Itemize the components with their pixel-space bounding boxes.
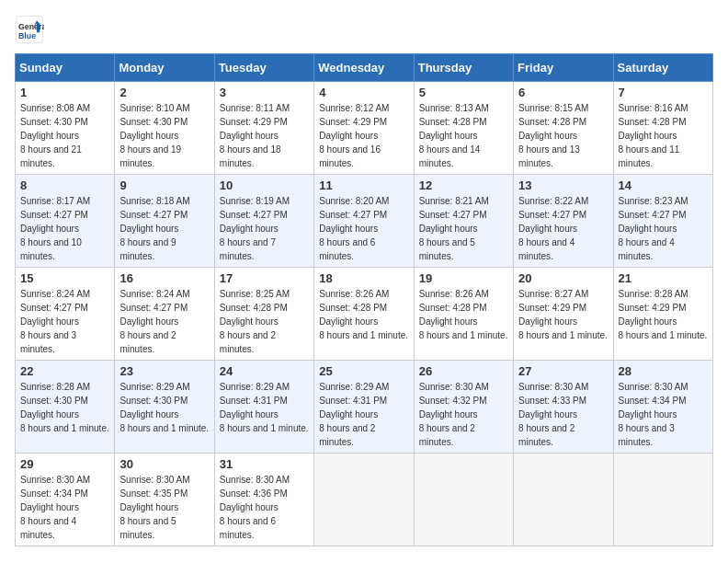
calendar-cell: 27Sunrise: 8:30 AMSunset: 4:33 PMDayligh… [514,361,613,454]
calendar-week-1: 1Sunrise: 8:08 AMSunset: 4:30 PMDaylight… [16,82,713,175]
day-number: 16 [119,271,209,285]
day-info: Sunrise: 8:30 AMSunset: 4:35 PMDaylight … [119,473,209,542]
day-info: Sunrise: 8:22 AMSunset: 4:27 PMDaylight … [518,194,608,263]
day-number: 29 [20,457,109,471]
day-number: 30 [119,457,209,471]
day-number: 20 [518,271,608,285]
day-number: 21 [619,271,708,285]
day-info: Sunrise: 8:21 AMSunset: 4:27 PMDaylight … [419,194,508,263]
calendar-week-3: 15Sunrise: 8:24 AMSunset: 4:27 PMDayligh… [16,268,713,361]
weekday-header-saturday: Saturday [613,54,712,82]
day-info: Sunrise: 8:16 AMSunset: 4:28 PMDaylight … [619,101,708,170]
logo: General Blue [15,15,46,44]
calendar-week-5: 29Sunrise: 8:30 AMSunset: 4:34 PMDayligh… [16,454,713,546]
calendar-cell: 26Sunrise: 8:30 AMSunset: 4:32 PMDayligh… [414,361,513,454]
day-number: 26 [419,364,508,378]
day-info: Sunrise: 8:11 AMSunset: 4:29 PMDaylight … [220,101,309,170]
calendar-cell: 11Sunrise: 8:20 AMSunset: 4:27 PMDayligh… [314,175,414,268]
day-number: 4 [319,86,408,99]
day-info: Sunrise: 8:28 AMSunset: 4:29 PMDaylight … [619,287,708,342]
weekday-header-thursday: Thursday [414,54,513,82]
day-info: Sunrise: 8:30 AMSunset: 4:32 PMDaylight … [419,380,508,449]
calendar-cell: 1Sunrise: 8:08 AMSunset: 4:30 PMDaylight… [16,82,115,175]
weekday-header-tuesday: Tuesday [214,54,313,82]
calendar-cell: 22Sunrise: 8:28 AMSunset: 4:30 PMDayligh… [16,361,115,454]
day-info: Sunrise: 8:24 AMSunset: 4:27 PMDaylight … [119,287,209,356]
day-number: 28 [619,364,708,378]
calendar-cell: 30Sunrise: 8:30 AMSunset: 4:35 PMDayligh… [115,454,214,546]
weekday-header-wednesday: Wednesday [314,54,414,82]
day-number: 17 [220,271,309,285]
day-number: 9 [119,178,209,192]
day-info: Sunrise: 8:20 AMSunset: 4:27 PMDaylight … [319,194,408,263]
day-info: Sunrise: 8:30 AMSunset: 4:34 PMDaylight … [619,380,708,449]
day-info: Sunrise: 8:29 AMSunset: 4:31 PMDaylight … [220,380,309,435]
day-info: Sunrise: 8:29 AMSunset: 4:30 PMDaylight … [119,380,209,435]
calendar-cell: 14Sunrise: 8:23 AMSunset: 4:27 PMDayligh… [613,175,712,268]
svg-text:Blue: Blue [18,31,36,40]
calendar-cell: 5Sunrise: 8:13 AMSunset: 4:28 PMDaylight… [414,82,513,175]
day-info: Sunrise: 8:26 AMSunset: 4:28 PMDaylight … [419,287,508,342]
day-number: 22 [20,364,109,378]
day-info: Sunrise: 8:23 AMSunset: 4:27 PMDaylight … [619,194,708,263]
day-number: 13 [518,178,608,192]
day-info: Sunrise: 8:28 AMSunset: 4:30 PMDaylight … [20,380,109,435]
calendar-cell: 6Sunrise: 8:15 AMSunset: 4:28 PMDaylight… [514,82,613,175]
day-info: Sunrise: 8:30 AMSunset: 4:36 PMDaylight … [220,473,309,542]
day-info: Sunrise: 8:08 AMSunset: 4:30 PMDaylight … [20,101,109,170]
calendar-cell [414,454,513,546]
calendar-cell: 31Sunrise: 8:30 AMSunset: 4:36 PMDayligh… [214,454,313,546]
day-info: Sunrise: 8:18 AMSunset: 4:27 PMDaylight … [119,194,209,263]
day-info: Sunrise: 8:24 AMSunset: 4:27 PMDaylight … [20,287,109,356]
calendar-cell: 18Sunrise: 8:26 AMSunset: 4:28 PMDayligh… [314,268,414,361]
calendar-cell: 3Sunrise: 8:11 AMSunset: 4:29 PMDaylight… [214,82,313,175]
calendar-cell [514,454,613,546]
calendar-cell: 20Sunrise: 8:27 AMSunset: 4:29 PMDayligh… [514,268,613,361]
day-info: Sunrise: 8:27 AMSunset: 4:29 PMDaylight … [518,287,608,342]
day-info: Sunrise: 8:15 AMSunset: 4:28 PMDaylight … [518,101,608,170]
calendar-cell: 21Sunrise: 8:28 AMSunset: 4:29 PMDayligh… [613,268,712,361]
calendar-cell: 7Sunrise: 8:16 AMSunset: 4:28 PMDaylight… [613,82,712,175]
calendar-cell: 12Sunrise: 8:21 AMSunset: 4:27 PMDayligh… [414,175,513,268]
day-info: Sunrise: 8:12 AMSunset: 4:29 PMDaylight … [319,101,408,170]
calendar-cell: 17Sunrise: 8:25 AMSunset: 4:28 PMDayligh… [214,268,313,361]
calendar-cell: 16Sunrise: 8:24 AMSunset: 4:27 PMDayligh… [115,268,214,361]
calendar-cell: 15Sunrise: 8:24 AMSunset: 4:27 PMDayligh… [16,268,115,361]
day-number: 10 [220,178,309,192]
calendar-cell: 13Sunrise: 8:22 AMSunset: 4:27 PMDayligh… [514,175,613,268]
day-number: 24 [220,364,309,378]
day-number: 3 [220,86,309,99]
day-number: 27 [518,364,608,378]
calendar-cell: 2Sunrise: 8:10 AMSunset: 4:30 PMDaylight… [115,82,214,175]
calendar-cell: 23Sunrise: 8:29 AMSunset: 4:30 PMDayligh… [115,361,214,454]
day-info: Sunrise: 8:10 AMSunset: 4:30 PMDaylight … [119,101,209,170]
calendar-week-2: 8Sunrise: 8:17 AMSunset: 4:27 PMDaylight… [16,175,713,268]
day-number: 7 [619,86,708,99]
weekday-header-monday: Monday [115,54,214,82]
day-number: 25 [319,364,408,378]
day-number: 18 [319,271,408,285]
calendar-cell: 8Sunrise: 8:17 AMSunset: 4:27 PMDaylight… [16,175,115,268]
day-info: Sunrise: 8:30 AMSunset: 4:33 PMDaylight … [518,380,608,449]
calendar-cell: 29Sunrise: 8:30 AMSunset: 4:34 PMDayligh… [16,454,115,546]
calendar-cell: 4Sunrise: 8:12 AMSunset: 4:29 PMDaylight… [314,82,414,175]
day-number: 23 [119,364,209,378]
day-info: Sunrise: 8:29 AMSunset: 4:31 PMDaylight … [319,380,408,449]
svg-text:General: General [18,22,44,31]
logo-icon: General Blue [15,15,44,44]
day-info: Sunrise: 8:13 AMSunset: 4:28 PMDaylight … [419,101,508,170]
calendar-cell: 19Sunrise: 8:26 AMSunset: 4:28 PMDayligh… [414,268,513,361]
day-info: Sunrise: 8:25 AMSunset: 4:28 PMDaylight … [220,287,309,356]
day-number: 31 [220,457,309,471]
day-number: 19 [419,271,508,285]
day-number: 15 [20,271,109,285]
calendar-cell [314,454,414,546]
page-header: General Blue [15,15,713,44]
day-info: Sunrise: 8:26 AMSunset: 4:28 PMDaylight … [319,287,408,342]
calendar-cell [613,454,712,546]
day-number: 1 [20,86,109,99]
weekday-header-sunday: Sunday [16,54,115,82]
calendar-cell: 28Sunrise: 8:30 AMSunset: 4:34 PMDayligh… [613,361,712,454]
day-info: Sunrise: 8:30 AMSunset: 4:34 PMDaylight … [20,473,109,542]
calendar-table: SundayMondayTuesdayWednesdayThursdayFrid… [15,53,713,546]
